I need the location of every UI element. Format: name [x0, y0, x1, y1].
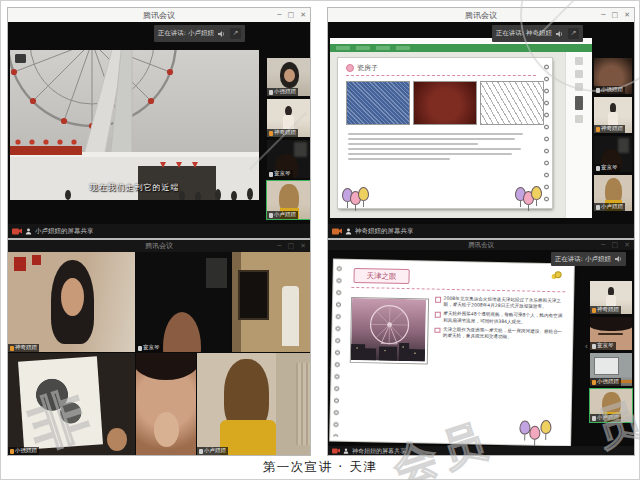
- close-button[interactable]: ✕: [624, 12, 630, 19]
- minimize-button[interactable]: ─: [277, 12, 281, 19]
- flower-icon: [346, 64, 354, 72]
- window-controls: ─ □ ✕: [601, 240, 630, 250]
- participant-thumbnail[interactable]: 小强妞妞: [594, 58, 632, 94]
- share-status-text: 神奇妞妞的屏幕共享: [352, 448, 406, 454]
- share-status-text: 小卢妞妞的屏幕共享: [35, 228, 94, 235]
- maximize-button[interactable]: □: [288, 12, 295, 19]
- participant-thumbnail[interactable]: 神奇妞妞: [590, 281, 632, 314]
- minimize-button[interactable]: ─: [601, 12, 605, 19]
- active-speaker-pill: 正在讲话: 小卢妞妞: [551, 252, 626, 266]
- mic-icon: [592, 380, 596, 385]
- participant-label: 小卢妞妞: [594, 203, 625, 211]
- participant-thumbnail[interactable]: 宴京琴: [594, 136, 632, 172]
- mic-icon: [10, 346, 14, 351]
- participant-name: 宴京琴: [597, 343, 614, 349]
- radiator-background: [296, 363, 310, 445]
- participant-name: 小强妞妞: [274, 89, 296, 95]
- pin-button[interactable]: ↗: [230, 28, 241, 39]
- sidebar-collapse-arrow[interactable]: ‹: [585, 342, 588, 351]
- minimize-button[interactable]: ─: [277, 243, 281, 250]
- video-grid: 神奇妞妞 宴京琴 小强妞妞 小卢妞妞: [8, 252, 310, 455]
- participant-label: 宴京琴: [590, 342, 616, 350]
- mic-icon: [592, 416, 596, 421]
- participant-thumbnail[interactable]: 小强妞妞: [590, 353, 632, 386]
- window-title: 腾讯会议: [145, 241, 173, 251]
- window-titlebar: 腾讯会议 ─ □ ✕: [328, 8, 634, 22]
- participant-thumbnail[interactable]: 神奇妞妞: [594, 97, 632, 133]
- video-tile[interactable]: [136, 353, 196, 455]
- meeting-content-area: 正在讲话: 神奇妞妞 ↗ 瓷房子: [328, 22, 634, 238]
- minimize-button[interactable]: ─: [601, 242, 605, 249]
- participant-name: 小强妞妞: [597, 379, 619, 385]
- photo-porcelain-wall: [346, 81, 410, 125]
- mic-icon: [596, 127, 600, 132]
- meeting-window-bottom-left: 腾讯会议 ─ □ ✕ 神奇妞妞 宴京琴 小强妞妞 小卢妞妞: [8, 240, 310, 455]
- close-button[interactable]: ✕: [300, 243, 306, 250]
- mic-icon: [138, 346, 142, 351]
- window-title: 腾讯会议: [465, 10, 497, 21]
- meeting-content-area: 正在讲话: 小卢妞妞 天津之眼: [328, 250, 634, 455]
- window-titlebar: 腾讯会议 ─ □ ✕: [8, 8, 310, 22]
- bullet-text: 摩天轮外围装48个透明座舱，每舱可乘8个人，舱内有空调和风扇调节温度，可同时供3…: [443, 311, 563, 326]
- active-speaker-text: 正在讲话: 小卢妞妞: [555, 256, 611, 263]
- participant-label: 小强妞妞: [590, 378, 621, 386]
- participant-label: 神奇妞妞: [590, 306, 621, 314]
- maximize-button[interactable]: □: [612, 242, 619, 249]
- camera-icon: [332, 228, 342, 235]
- pin-button[interactable]: ↗: [568, 28, 579, 39]
- maximize-button[interactable]: □: [612, 12, 619, 19]
- participant-thumbnail[interactable]: 小卢妞妞: [267, 181, 310, 219]
- participant-label: 宴京琴: [267, 170, 293, 178]
- participant-thumbnail[interactable]: 小卢妞妞: [590, 389, 632, 422]
- share-status-bar: 神奇妞妞的屏幕共享: [328, 446, 634, 455]
- close-button[interactable]: ✕: [300, 12, 306, 19]
- video-tile[interactable]: [232, 252, 310, 352]
- meeting-window-bottom-right: 腾讯会议 ─ □ ✕ 正在讲话: 小卢妞妞 天津之眼: [328, 240, 634, 455]
- bullet-item: 2008年北京奥运会火炬传递天津站经过了永乐桥和天津之眼，摩天轮于2008年4月…: [435, 296, 563, 311]
- slide-title: 瓷房子: [357, 63, 378, 73]
- slide-canvas: 瓷房子: [330, 52, 566, 218]
- close-button[interactable]: ✕: [624, 242, 630, 249]
- participant-name: 神奇妞妞: [597, 307, 619, 313]
- mic-icon: [269, 172, 273, 177]
- mic-icon: [269, 213, 273, 218]
- participant-label: 小强妞妞: [594, 86, 625, 94]
- participant-thumbnail[interactable]: 宴京琴: [590, 317, 632, 350]
- participant-label: 神奇妞妞: [267, 129, 298, 137]
- photo-red-interior: [413, 81, 477, 125]
- speaker-volume-icon: [614, 255, 622, 263]
- participant-label: 神奇妞妞: [8, 344, 39, 352]
- participant-label: 小强妞妞: [267, 88, 298, 96]
- bullet-item: 天津之眼作为亚洲第一摩天轮，是一座跨河建设、桥轮合一的摩天轮，兼具观光和交通功能…: [434, 326, 562, 341]
- video-tile[interactable]: 神奇妞妞: [8, 252, 135, 352]
- participant-name: 小强妞妞: [15, 448, 37, 454]
- participant-name: 神奇妞妞: [274, 130, 296, 136]
- video-subtitle: 现在我们走到它的近端: [10, 182, 259, 193]
- participant-thumbnail[interactable]: 神奇妞妞: [267, 99, 310, 137]
- active-speaker-pill: 正在讲话: 小卢妞妞 ↗: [154, 25, 245, 42]
- share-status-text: 神奇妞妞的屏幕共享: [355, 228, 414, 235]
- slide-cifangzi: 瓷房子: [338, 58, 552, 208]
- slide-body-textlines: [348, 130, 534, 163]
- slide-title-row: 瓷房子: [346, 63, 378, 73]
- participant-thumbnail[interactable]: 宴京琴: [267, 140, 310, 178]
- window-titlebar: 腾讯会议 ─ □ ✕: [328, 240, 634, 250]
- mic-icon: [10, 449, 14, 454]
- figure-caption: 第一次宣讲 · 天津: [0, 459, 640, 476]
- mic-icon: [596, 88, 600, 93]
- slide-bullet-list: 2008年北京奥运会火炬传递天津站经过了永乐桥和天津之眼，摩天轮于2008年4月…: [434, 296, 563, 345]
- video-tile[interactable]: 小卢妞妞: [197, 353, 310, 455]
- meeting-window-top-left: 腾讯会议 ─ □ ✕ 正在讲话: 小卢妞妞 ↗: [8, 8, 310, 238]
- participant-label: 神奇妞妞: [594, 125, 625, 133]
- maximize-button[interactable]: □: [288, 243, 295, 250]
- participant-name: 神奇妞妞: [15, 345, 37, 351]
- wps-menu-strip: [330, 44, 592, 52]
- window-titlebar: 腾讯会议 ─ □ ✕: [8, 240, 310, 252]
- active-speaker-pill: 正在讲话: 神奇妞妞 ↗: [492, 25, 583, 42]
- participant-thumbnail[interactable]: 小卢妞妞: [594, 175, 632, 211]
- participant-thumbnail[interactable]: 小强妞妞: [267, 58, 310, 96]
- video-tile[interactable]: 宴京琴: [136, 252, 231, 352]
- video-tile[interactable]: 小强妞妞: [8, 353, 135, 455]
- bullet-marker: [435, 312, 441, 318]
- participant-name: 宴京琴: [601, 165, 618, 171]
